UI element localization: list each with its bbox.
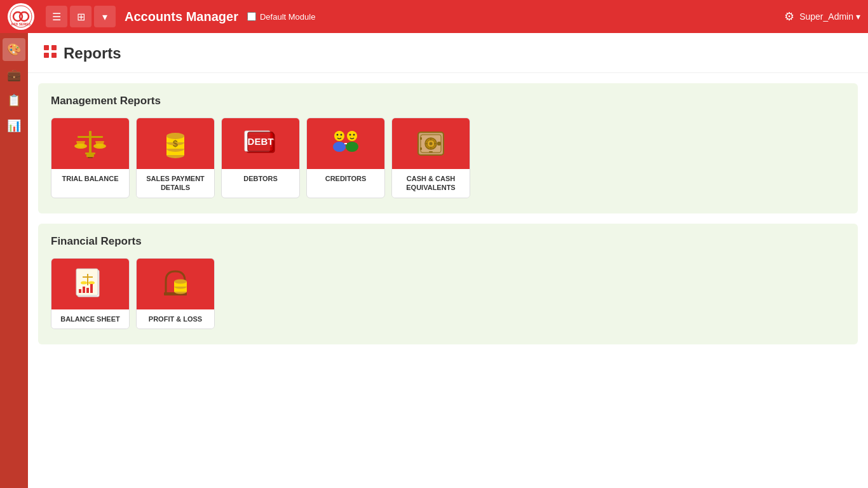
default-module-area: Default Module	[247, 12, 315, 22]
sidebar-item-palette[interactable]: 🎨	[3, 38, 25, 61]
svg-point-35	[347, 131, 357, 141]
svg-rect-51	[429, 151, 433, 152]
trial-balance-label: TRIAL BALANCE	[51, 169, 129, 188]
financial-reports-title: Financial Reports	[51, 235, 845, 248]
user-dropdown[interactable]: Super_Admin ▾	[799, 11, 860, 22]
svg-rect-14	[88, 157, 93, 158]
svg-point-36	[346, 142, 358, 152]
hamburger-icon: ☰	[52, 11, 61, 23]
svg-point-70	[174, 279, 187, 283]
svg-rect-62	[83, 287, 85, 293]
gear-icon: ⚙	[784, 10, 794, 23]
main-layout: 🎨 💼 📋 📊 Reports Ma	[0, 33, 868, 488]
svg-rect-5	[51, 45, 57, 50]
svg-point-59	[81, 281, 87, 284]
svg-point-37	[349, 134, 351, 136]
svg-point-33	[337, 134, 339, 136]
sidebar-item-briefcase[interactable]: 💼	[3, 64, 25, 86]
financial-reports-cards: BALANCE SHEET	[51, 258, 845, 329]
logo-area: RED SERIES	[8, 3, 39, 30]
svg-point-38	[353, 134, 355, 136]
management-reports-cards: TRIAL BALANCE	[51, 118, 845, 198]
profit-loss-card[interactable]: PROFIT & LOSS	[136, 258, 215, 329]
main-content: Reports Management Reports	[28, 33, 868, 488]
profit-loss-img	[137, 259, 214, 309]
grid-button[interactable]: ⊞	[70, 6, 92, 27]
chevron-down-icon: ▾	[102, 11, 107, 23]
financial-reports-section: Financial Reports	[38, 224, 858, 344]
dropdown-arrow-icon: ▾	[856, 11, 860, 22]
svg-rect-64	[90, 284, 93, 293]
username-label: Super_Admin	[799, 11, 853, 22]
hamburger-button[interactable]: ☰	[46, 6, 67, 27]
grid-icon: ⊞	[77, 11, 85, 23]
svg-rect-50	[420, 147, 422, 150]
svg-rect-57	[87, 274, 88, 285]
svg-text:DEBT: DEBT	[248, 136, 274, 147]
profit-loss-label: PROFIT & LOSS	[137, 309, 214, 329]
svg-rect-49	[420, 137, 422, 140]
palette-icon: 🎨	[7, 43, 21, 57]
svg-rect-13	[86, 154, 94, 157]
svg-rect-7	[51, 53, 57, 58]
svg-rect-58	[83, 276, 93, 278]
svg-rect-12	[85, 152, 95, 154]
svg-rect-6	[44, 53, 49, 58]
trial-balance-img	[51, 118, 129, 169]
trial-balance-card[interactable]: TRIAL BALANCE	[51, 118, 130, 198]
balance-sheet-img	[51, 259, 129, 309]
svg-rect-61	[79, 289, 81, 293]
sidebar-item-book[interactable]: 📋	[3, 89, 25, 112]
svg-point-31	[334, 131, 344, 141]
chevron-button[interactable]: ▾	[94, 6, 116, 27]
debtors-label: DEBTORS	[222, 169, 299, 188]
creditors-img	[307, 118, 384, 169]
settings-button[interactable]: ⚙	[784, 10, 794, 24]
svg-point-32	[333, 142, 346, 152]
management-reports-title: Management Reports	[51, 95, 845, 107]
balance-sheet-label: BALANCE SHEET	[51, 309, 129, 329]
balance-sheet-card[interactable]: BALANCE SHEET	[51, 258, 130, 329]
sales-payment-card[interactable]: $ SALES PAYMENT DETAILS	[136, 118, 215, 198]
sidebar: 🎨 💼 📋 📊	[0, 33, 28, 488]
creditors-label: CREDITORS	[307, 169, 384, 188]
debtors-img: DEPT DEBT	[222, 118, 299, 169]
default-module-label: Default Module	[260, 12, 315, 22]
svg-rect-8	[89, 131, 92, 153]
app-title: Accounts Manager	[125, 10, 238, 24]
nav-icon-group: ☰ ⊞ ▾	[46, 6, 116, 27]
briefcase-icon: 💼	[7, 68, 21, 82]
top-navigation: RED SERIES ☰ ⊞ ▾ Accounts Manager Defaul…	[0, 0, 868, 33]
page-header: Reports	[28, 33, 868, 73]
top-right-area: ⚙ Super_Admin ▾	[784, 10, 860, 24]
cash-equivalents-card[interactable]: CASH & CASH EQUIVALENTS	[391, 118, 470, 198]
cash-equivalents-label: CASH & CASH EQUIVALENTS	[392, 169, 470, 198]
chart-icon: 📊	[7, 119, 21, 133]
sidebar-item-chart[interactable]: 📊	[3, 114, 25, 137]
svg-rect-4	[44, 45, 49, 50]
sales-payment-img: $	[137, 118, 214, 169]
svg-text:$: $	[173, 139, 178, 149]
svg-rect-9	[78, 136, 103, 138]
creditors-card[interactable]: CREDITORS	[306, 118, 385, 198]
svg-rect-63	[86, 288, 89, 293]
svg-point-43	[430, 142, 433, 146]
book-icon: 📋	[7, 93, 21, 107]
svg-point-34	[341, 134, 342, 136]
default-module-checkbox[interactable]	[247, 12, 256, 21]
svg-point-60	[88, 281, 95, 284]
debtors-card[interactable]: DEPT DEBT DEBTORS	[221, 118, 300, 198]
svg-rect-48	[437, 142, 441, 146]
management-reports-section: Management Reports	[38, 83, 858, 214]
page-title: Reports	[64, 44, 121, 62]
logo-circle: RED SERIES	[8, 3, 34, 30]
cash-equivalents-img	[392, 118, 470, 169]
svg-text:RED SERIES: RED SERIES	[11, 22, 31, 26]
sales-payment-label: SALES PAYMENT DETAILS	[137, 169, 214, 198]
reports-grid-icon	[43, 44, 57, 62]
